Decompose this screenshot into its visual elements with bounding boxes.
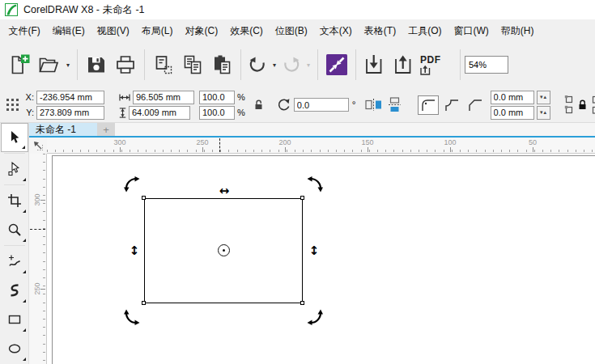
undo-dropdown-caret[interactable]: ▾ <box>270 49 279 81</box>
flyout-indicator <box>23 328 26 332</box>
width-icon <box>119 94 130 101</box>
skew-handle-horizontal[interactable]: ↔ <box>219 185 230 197</box>
chamfered-corner-button[interactable] <box>465 95 486 115</box>
main-area: 未命名 -1 + 300 250 200 150 100 <box>0 123 595 364</box>
document-tab-active[interactable]: 未命名 -1 <box>29 123 97 136</box>
horizontal-ruler[interactable]: 300 250 200 150 100 50 <box>47 138 595 154</box>
h-ruler-label: 250 <box>193 138 212 146</box>
rotate-handle-bottom-left[interactable] <box>124 309 140 325</box>
pick-tool[interactable] <box>1 123 28 152</box>
menu-window[interactable]: 窗口(W) <box>448 19 495 43</box>
paste-button[interactable] <box>207 49 236 81</box>
scalloped-corner-button[interactable] <box>441 95 462 115</box>
rotate-handle-bottom-right[interactable] <box>307 309 323 325</box>
menu-table[interactable]: 表格(T) <box>358 19 402 43</box>
open-button[interactable] <box>34 49 63 81</box>
h-ruler-major-tick <box>368 147 368 152</box>
crop-tool[interactable] <box>1 186 28 215</box>
welcome-screen-button[interactable] <box>322 49 351 81</box>
freehand-tool[interactable] <box>1 247 28 276</box>
copy-button[interactable] <box>178 49 207 81</box>
toolbar-separator <box>460 49 461 80</box>
menu-layout[interactable]: 布局(L) <box>135 19 179 43</box>
scale-horizontal-input[interactable] <box>199 91 235 104</box>
h-ruler-label: 300 <box>110 138 130 146</box>
skew-handle-right[interactable]: ↕ <box>309 245 320 257</box>
vertical-ruler[interactable]: 300 250 <box>29 154 47 364</box>
menu-tools[interactable]: 工具(O) <box>402 19 448 43</box>
save-floppy-icon <box>86 54 107 75</box>
menu-edit[interactable]: 编辑(E) <box>46 19 91 43</box>
pdf-box-arrow-icon <box>420 65 431 75</box>
scalloped-corner-icon <box>444 99 459 112</box>
livesketch-tool[interactable] <box>1 276 28 305</box>
v-ruler-label: 300 <box>28 191 47 209</box>
object-width-input[interactable] <box>133 91 194 104</box>
rotation-angle-input[interactable] <box>294 98 349 112</box>
publish-pdf-button[interactable]: PDF <box>419 49 456 81</box>
save-button[interactable] <box>82 49 111 81</box>
zoom-tool[interactable] <box>1 215 28 244</box>
cut-button[interactable] <box>149 49 178 81</box>
export-button[interactable] <box>389 49 419 81</box>
menu-text[interactable]: 文本(X) <box>313 19 358 43</box>
scale-group: % % <box>199 91 245 120</box>
menu-bitmaps[interactable]: 位图(B) <box>269 19 313 43</box>
rotation-group: ° <box>277 98 356 112</box>
open-dropdown-caret[interactable]: ▾ <box>63 49 73 81</box>
relative-corner-scaling-button[interactable] <box>591 95 595 116</box>
lock-ratio-button[interactable] <box>253 99 264 111</box>
redo-dropdown-caret[interactable]: ▾ <box>304 49 313 81</box>
document-tab-bar: 未命名 -1 + <box>29 123 595 138</box>
pick-tool-icon <box>7 130 22 145</box>
scale-vertical-input[interactable] <box>199 106 235 120</box>
corner-radius-top-spinner[interactable]: ▾ ▴ <box>537 91 550 104</box>
menu-view[interactable]: 视图(V) <box>91 19 135 43</box>
y-position-input[interactable] <box>36 106 104 120</box>
selection-node-bottom-left[interactable] <box>142 301 146 305</box>
edit-corners-together-icon <box>559 95 573 115</box>
round-corner-button[interactable] <box>418 95 439 115</box>
spinner-up-icon[interactable]: ▴ <box>544 109 547 116</box>
mirror-horizontal-button[interactable] <box>364 98 383 112</box>
spinner-down-icon[interactable]: ▾ <box>540 94 543 100</box>
redo-button[interactable] <box>279 49 304 81</box>
rotate-handle-top-right[interactable] <box>307 176 323 193</box>
lock-corners-button[interactable] <box>577 99 588 111</box>
menu-file[interactable]: 文件(F) <box>2 19 46 43</box>
object-origin-grid-icon[interactable] <box>6 98 19 112</box>
ruler-origin[interactable] <box>29 138 47 154</box>
rectangle-tool[interactable] <box>1 305 28 334</box>
rotation-center-handle[interactable] <box>218 244 230 256</box>
zoom-level-combobox[interactable] <box>465 56 508 74</box>
h-ruler-major-tick <box>533 147 533 152</box>
open-folder-icon <box>38 54 59 75</box>
print-button[interactable] <box>111 49 140 81</box>
skew-handle-left[interactable]: ↕ <box>130 245 140 257</box>
selection-node-top-left[interactable] <box>142 196 146 200</box>
selection-node-bottom-right[interactable] <box>300 301 304 305</box>
rectangle-tool-icon <box>7 312 22 327</box>
menu-effects[interactable]: 效果(C) <box>224 19 270 43</box>
corner-radius-bottom-spinner[interactable]: ▾ ▴ <box>537 106 550 120</box>
mirror-vertical-button[interactable] <box>388 96 402 113</box>
menu-help[interactable]: 帮助(H) <box>495 19 540 43</box>
rotate-handle-top-left[interactable] <box>124 176 140 193</box>
corner-radius-top-input[interactable] <box>491 91 534 104</box>
canvas[interactable]: ↔ ↕ ↕ <box>47 154 595 364</box>
object-size-group <box>119 91 194 120</box>
corner-radius-bottom-input[interactable] <box>491 106 534 120</box>
new-document-tab-button[interactable]: + <box>97 123 115 136</box>
object-height-input[interactable] <box>129 106 190 120</box>
import-button[interactable] <box>360 49 389 81</box>
new-document-button[interactable] <box>5 49 34 81</box>
spinner-down-icon[interactable]: ▾ <box>540 109 543 116</box>
ellipse-tool[interactable] <box>1 334 28 363</box>
shape-tool[interactable] <box>1 154 28 184</box>
undo-button[interactable] <box>245 49 270 81</box>
menu-object[interactable]: 对象(C) <box>179 19 224 43</box>
selection-node-top-right[interactable] <box>300 196 304 200</box>
spinner-up-icon[interactable]: ▴ <box>544 94 547 100</box>
edit-corners-together-button[interactable] <box>559 95 574 116</box>
x-position-input[interactable] <box>36 91 104 104</box>
